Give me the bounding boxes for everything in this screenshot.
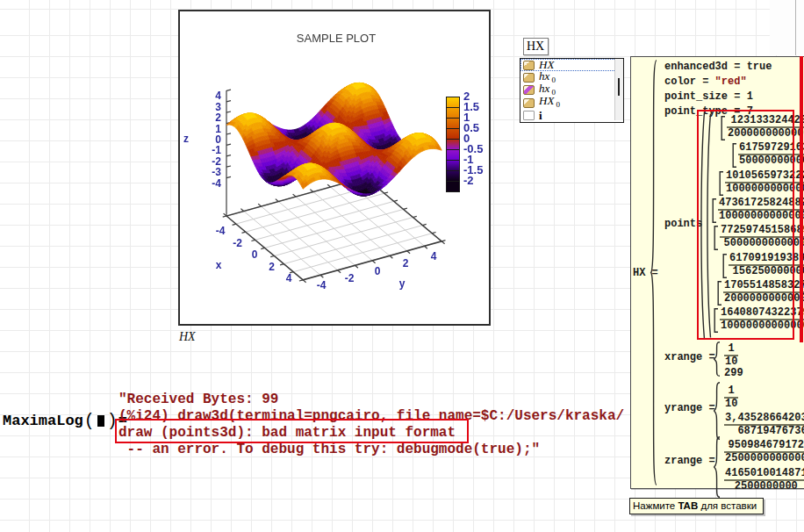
- numerator: 1: [724, 343, 738, 356]
- log-line: "Received Bytes: 99: [118, 392, 624, 408]
- tooltip-pre: Нажмите: [633, 500, 678, 511]
- listbox-scrollbar-thumb[interactable]: [618, 78, 620, 96]
- plot-caption: HX: [179, 330, 196, 344]
- maxima-log-label: MaximaLog: [3, 413, 83, 429]
- numerator: 4165010014871: [724, 468, 804, 481]
- math-input-field[interactable]: HX: [523, 38, 549, 55]
- numerator: 3,4352866420326: [724, 413, 804, 426]
- range-fraction: 3,435286642032668719476736: [724, 413, 804, 437]
- numerator: 1: [724, 385, 738, 399]
- list-item-subscript: 0: [554, 100, 560, 109]
- property-row: point_size = 1: [664, 91, 753, 103]
- error-highlight-box: [115, 419, 469, 443]
- list-item[interactable]: hx 0: [520, 84, 623, 97]
- property-value: true: [747, 61, 772, 73]
- list-item-label: HX 0: [539, 96, 560, 110]
- plot-region[interactable]: [178, 10, 491, 326]
- range-fraction: 110: [724, 343, 738, 368]
- open-paren: (: [83, 411, 96, 431]
- function-icon: [523, 61, 535, 70]
- property-row: enhanced3d = true: [664, 61, 772, 73]
- function-alt-icon: [523, 85, 535, 95]
- unit-icon: [523, 111, 535, 120]
- matrix-highlight-box: [697, 110, 794, 340]
- list-item[interactable]: i: [520, 110, 623, 122]
- range-brace: [714, 436, 721, 498]
- listbox-scrollbar[interactable]: [614, 59, 623, 120]
- denominator: 250000000000000: [724, 453, 804, 464]
- range-fraction: 95098467917263250000000000000: [724, 440, 804, 464]
- property-key: point_size =: [664, 90, 747, 103]
- list-item[interactable]: HX 0: [520, 97, 623, 109]
- list-item[interactable]: hx 0: [520, 71, 623, 83]
- insert-hint-tooltip: Нажмите TAB для вставки: [629, 498, 764, 514]
- function-icon: [523, 73, 535, 83]
- surface-plot-canvas: [180, 11, 489, 324]
- argument-placeholder[interactable]: [97, 415, 104, 427]
- property-value: 1: [747, 90, 753, 103]
- function-icon: [523, 98, 535, 108]
- denominator: 2500000000: [724, 481, 804, 492]
- record-brace: [650, 60, 657, 485]
- list-item-label: i: [539, 111, 542, 121]
- dropdown-list: HXhx 0hx 0HX 0i: [520, 59, 623, 122]
- range-fraction: 110: [724, 385, 738, 410]
- range-value: 299: [724, 368, 743, 379]
- denominator: 10: [724, 399, 738, 410]
- property-value: "red": [715, 75, 747, 88]
- property-key: enhanced3d =: [664, 61, 747, 73]
- maxima-log-expression[interactable]: MaximaLog()=: [3, 411, 127, 430]
- denominator: 68719476736: [724, 426, 804, 437]
- scroll-edge-line: [795, 0, 796, 55]
- tooltip-post: для вставки: [698, 500, 757, 511]
- numerator: 95098467917263: [724, 440, 804, 453]
- property-key: color =: [664, 75, 715, 88]
- autocomplete-list[interactable]: HXhx 0hx 0HX 0i: [520, 58, 624, 123]
- log-line: -- an error. To debug this try: debugmod…: [118, 442, 624, 458]
- canvas-edge-strip: [770, 0, 804, 55]
- range-brace: [714, 382, 721, 440]
- range-brace: [714, 341, 721, 377]
- tooltip-key: TAB: [678, 500, 698, 511]
- clipped-highlight-edge: [800, 56, 803, 342]
- property-row: color = "red": [664, 76, 747, 88]
- list-item[interactable]: HX: [520, 59, 623, 71]
- worksheet: HX MaximaLog()= "Received Bytes: 99(%i24…: [0, 0, 804, 532]
- range-fraction: 41650100148712500000000: [724, 468, 804, 492]
